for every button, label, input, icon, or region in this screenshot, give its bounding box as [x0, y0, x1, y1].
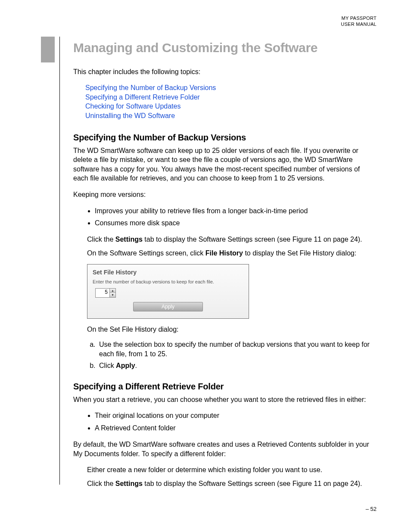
- set-file-history-dialog: Set File History Enter the number of bac…: [87, 264, 249, 319]
- chapter-title: Managing and Customizing the Software: [73, 40, 377, 55]
- topic-links: Specifying the Number of Backup Versions…: [85, 83, 377, 120]
- list-item: Consumes more disk space: [95, 218, 377, 228]
- section-heading: Specifying a Different Retrieve Folder: [73, 382, 377, 392]
- list-item: A Retrieved Content folder: [95, 423, 377, 433]
- running-header: MY PASSPORT USER MANUAL: [41, 15, 377, 28]
- body-paragraph: Click the Settings tab to display the So…: [87, 479, 377, 488]
- body-paragraph: When you start a retrieve, you can choos…: [73, 395, 377, 404]
- toc-link[interactable]: Checking for Software Updates: [85, 102, 377, 111]
- toc-link[interactable]: Uninstalling the WD Software: [85, 111, 377, 121]
- bullet-list: Improves your ability to retrieve files …: [86, 206, 377, 228]
- chapter-tab-decoration: [41, 37, 55, 62]
- lettered-list: Use the selection box to specify the num…: [86, 340, 377, 370]
- body-paragraph: Either create a new folder or determine …: [87, 465, 377, 475]
- section-heading: Specifying the Number of Backup Versions: [73, 133, 377, 143]
- list-item: Their original locations on your compute…: [95, 411, 377, 420]
- versions-stepper[interactable]: 5 ▲ ▼: [95, 288, 116, 298]
- list-item: Improves your ability to retrieve files …: [95, 206, 377, 216]
- body-paragraph: On the Set File History dialog:: [87, 325, 377, 334]
- toc-link[interactable]: Specifying the Number of Backup Versions: [85, 83, 377, 93]
- versions-value[interactable]: 5: [96, 289, 109, 297]
- list-item: Use the selection box to specify the num…: [97, 340, 377, 358]
- stepper-up-icon[interactable]: ▲: [110, 289, 115, 293]
- page-number: – 52: [41, 506, 377, 512]
- dialog-title: Set File History: [93, 269, 243, 276]
- margin-rule: [59, 37, 60, 485]
- stepper-down-icon[interactable]: ▼: [110, 293, 115, 297]
- toc-link[interactable]: Specifying a Different Retrieve Folder: [85, 93, 377, 102]
- body-paragraph: By default, the WD SmartWare software cr…: [73, 440, 377, 458]
- apply-button[interactable]: Apply: [133, 302, 203, 311]
- list-item: Click Apply.: [97, 361, 377, 370]
- intro-paragraph: This chapter includes the following topi…: [73, 67, 377, 77]
- bullet-list: Their original locations on your compute…: [86, 411, 377, 433]
- body-paragraph: Click the Settings tab to display the So…: [87, 235, 377, 244]
- body-paragraph: The WD SmartWare software can keep up to…: [73, 146, 377, 183]
- body-paragraph: On the Software Settings screen, click F…: [87, 249, 377, 258]
- dialog-prompt: Enter the number of backup versions to k…: [93, 279, 243, 284]
- body-paragraph: Keeping more versions:: [73, 190, 377, 199]
